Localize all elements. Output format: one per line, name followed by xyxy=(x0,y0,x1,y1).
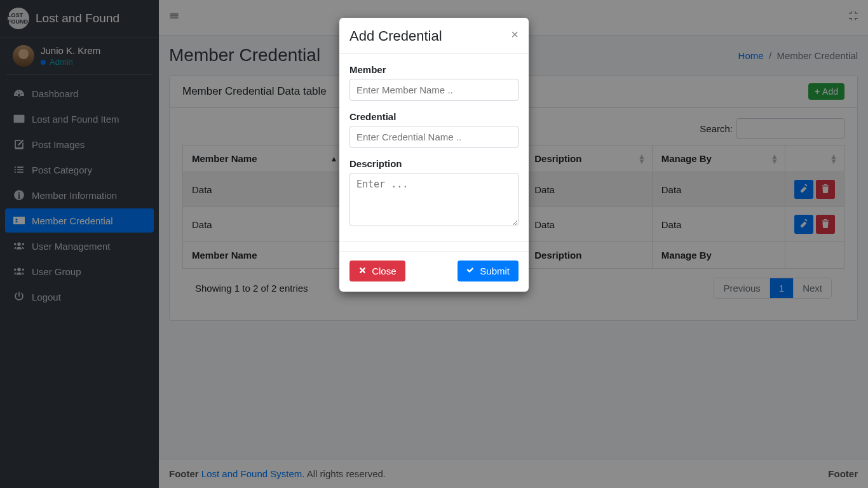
submit-button[interactable]: Submit xyxy=(458,261,519,281)
modal-close-button[interactable]: × xyxy=(511,28,519,41)
close-icon: × xyxy=(511,27,519,41)
member-label: Member xyxy=(349,64,519,75)
modal-header: Add Credential × xyxy=(339,18,529,54)
credential-label: Credential xyxy=(349,111,519,122)
close-button[interactable]: Close xyxy=(349,261,405,281)
modal-footer: Close Submit xyxy=(339,252,529,292)
submit-button-label: Submit xyxy=(480,266,510,276)
modal-body: Member Credential Description xyxy=(339,54,529,241)
member-input[interactable] xyxy=(349,79,519,101)
description-label: Description xyxy=(349,158,519,169)
add-credential-modal: Add Credential × Member Credential Descr… xyxy=(339,18,529,292)
check-icon xyxy=(466,266,475,276)
credential-input[interactable] xyxy=(349,126,519,148)
close-button-label: Close xyxy=(372,266,396,276)
modal-overlay[interactable]: Add Credential × Member Credential Descr… xyxy=(0,0,868,488)
modal-title: Add Credential xyxy=(349,28,442,44)
description-textarea[interactable] xyxy=(349,173,519,226)
times-icon xyxy=(358,266,367,276)
